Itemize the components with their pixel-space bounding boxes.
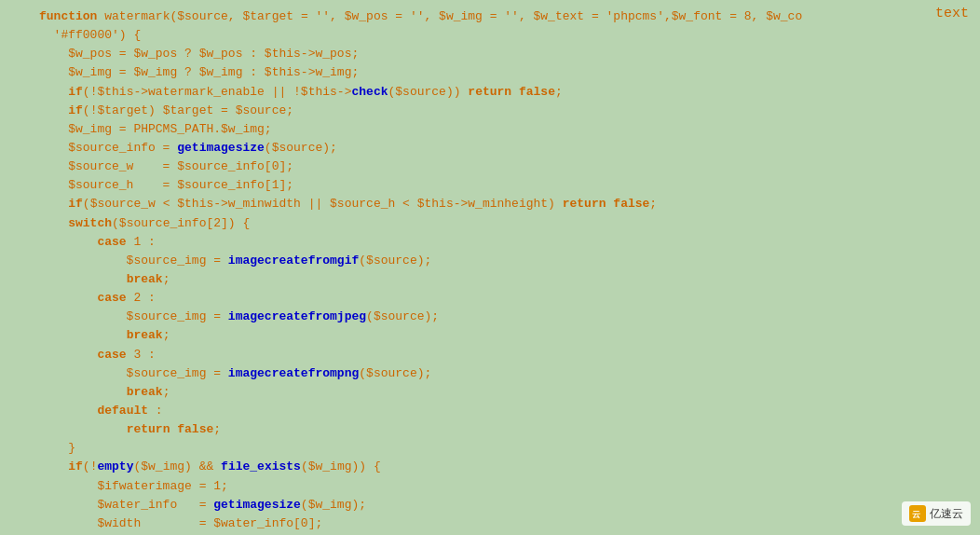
code-line-25: if(!empty($w_img) && file_exists($w_img)…: [7, 458, 980, 476]
line-content-19: case 3 :: [39, 346, 976, 364]
code-line-26: $ifwaterimage = 1;: [7, 477, 980, 496]
line-content-24: }: [39, 439, 976, 458]
line-content-1: function watermark($source, $target = ''…: [39, 7, 976, 26]
top-bar: text: [924, 0, 980, 27]
line-content-4: $w_img = $w_img ? $w_img : $this->w_img;: [39, 63, 976, 82]
code-line-17: $source_img = imagecreatefromjpeg($sourc…: [7, 308, 980, 326]
line-content-23: return false;: [39, 420, 976, 439]
line-content-10: $source_h = $source_info[1];: [39, 176, 976, 195]
line-content-20: $source_img = imagecreatefrompng($source…: [39, 364, 976, 383]
code-editor: text function watermark($source, $target…: [0, 0, 980, 535]
code-line-16: case 2 :: [7, 289, 980, 308]
code-line-21: break;: [7, 383, 980, 402]
line-content-7: $w_img = PHPCMS_PATH.$w_img;: [39, 120, 976, 139]
code-line-3: $w_pos = $w_pos ? $w_pos : $this->w_pos;: [7, 45, 980, 63]
line-content-3: $w_pos = $w_pos ? $w_pos : $this->w_pos;: [39, 45, 976, 63]
code-line-15: break;: [7, 270, 980, 289]
code-line-19: case 3 :: [7, 346, 980, 364]
text-label: text: [935, 6, 969, 21]
line-content-18: break;: [39, 326, 976, 345]
line-content-28: $width = $water_info[0];: [39, 514, 976, 533]
line-content-6: if(!$target) $target = $source;: [39, 102, 976, 120]
code-line-24: }: [7, 439, 980, 458]
line-content-14: $source_img = imagecreatefromgif($source…: [39, 252, 976, 270]
line-content-2: '#ff0000') {: [39, 26, 976, 45]
code-line-27: $water_info = getimagesize($w_img);: [7, 496, 980, 514]
line-content-27: $water_info = getimagesize($w_img);: [39, 496, 976, 514]
code-line-18: break;: [7, 326, 980, 345]
line-content-5: if(!$this->watermark_enable || !$this->c…: [39, 83, 976, 102]
code-line-1: function watermark($source, $target = ''…: [7, 7, 980, 26]
code-line-10: $source_h = $source_info[1];: [7, 176, 980, 195]
line-content-17: $source_img = imagecreatefromjpeg($sourc…: [39, 308, 976, 326]
line-content-21: break;: [39, 383, 976, 402]
code-block: function watermark($source, $target = ''…: [0, 0, 980, 535]
line-content-9: $source_w = $source_info[0];: [39, 158, 976, 176]
code-line-14: $source_img = imagecreatefromgif($source…: [7, 252, 980, 270]
code-line-28: $width = $water_info[0];: [7, 514, 980, 533]
code-line-7: $w_img = PHPCMS_PATH.$w_img;: [7, 120, 980, 139]
code-line-9: $source_w = $source_info[0];: [7, 158, 980, 176]
line-content-13: case 1 :: [39, 233, 976, 252]
line-content-22: default :: [39, 402, 976, 420]
code-line-12: switch($source_info[2]) {: [7, 214, 980, 233]
line-content-26: $ifwaterimage = 1;: [39, 477, 976, 496]
line-content-15: break;: [39, 270, 976, 289]
watermark-label: 亿速云: [930, 506, 963, 522]
code-line-20: $source_img = imagecreatefrompng($source…: [7, 364, 980, 383]
line-content-11: if($source_w < $this->w_minwidth || $sou…: [39, 195, 976, 213]
line-content-25: if(!empty($w_img) && file_exists($w_img)…: [39, 458, 976, 476]
code-line-6: if(!$target) $target = $source;: [7, 102, 980, 120]
code-line-8: $source_info = getimagesize($source);: [7, 139, 980, 158]
svg-text:云: 云: [912, 510, 920, 519]
line-content-8: $source_info = getimagesize($source);: [39, 139, 976, 158]
code-line-5: if(!$this->watermark_enable || !$this->c…: [7, 83, 980, 102]
watermark-badge: 云 亿速云: [902, 501, 971, 526]
code-line-4: $w_img = $w_img ? $w_img : $this->w_img;: [7, 63, 980, 82]
line-content-16: case 2 :: [39, 289, 976, 308]
code-line-11: if($source_w < $this->w_minwidth || $sou…: [7, 195, 980, 213]
watermark-icon: 云: [909, 505, 926, 522]
code-line-22: default :: [7, 402, 980, 420]
line-content-12: switch($source_info[2]) {: [39, 214, 976, 233]
code-line-23: return false;: [7, 420, 980, 439]
code-line-2: '#ff0000') {: [7, 26, 980, 45]
code-line-13: case 1 :: [7, 233, 980, 252]
